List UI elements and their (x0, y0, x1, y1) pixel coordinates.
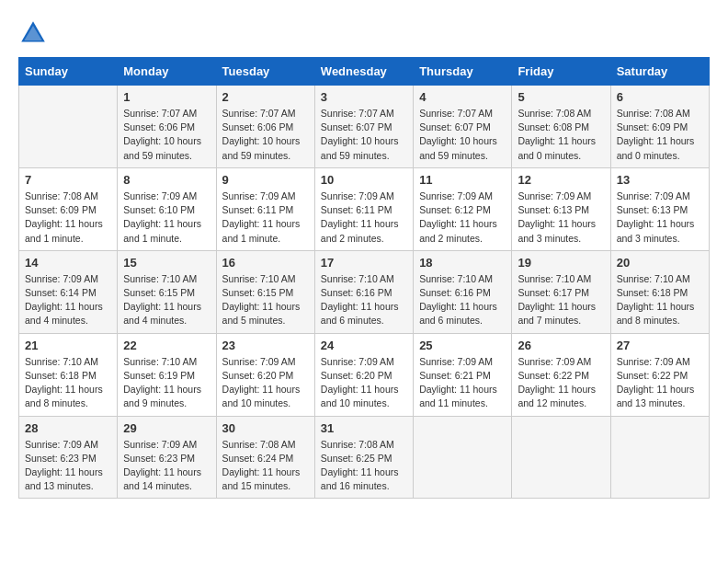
day-info: Sunrise: 7:10 AMSunset: 6:19 PMDaylight:… (123, 355, 210, 411)
day-number: 20 (617, 256, 703, 270)
day-info: Sunrise: 7:08 AMSunset: 6:08 PMDaylight:… (518, 107, 604, 163)
day-info: Sunrise: 7:09 AMSunset: 6:21 PMDaylight:… (419, 355, 506, 411)
day-info: Sunrise: 7:09 AMSunset: 6:14 PMDaylight:… (25, 272, 111, 328)
day-number: 30 (222, 421, 309, 435)
day-info: Sunrise: 7:09 AMSunset: 6:10 PMDaylight:… (123, 190, 210, 246)
calendar-cell: 26Sunrise: 7:09 AMSunset: 6:22 PMDayligh… (512, 333, 610, 416)
calendar-cell: 11Sunrise: 7:09 AMSunset: 6:12 PMDayligh… (414, 167, 512, 250)
calendar-cell: 25Sunrise: 7:09 AMSunset: 6:21 PMDayligh… (414, 333, 512, 416)
logo-icon (18, 18, 48, 48)
calendar-cell: 21Sunrise: 7:10 AMSunset: 6:18 PMDayligh… (19, 333, 118, 416)
day-info: Sunrise: 7:10 AMSunset: 6:15 PMDaylight:… (222, 272, 309, 328)
day-info: Sunrise: 7:10 AMSunset: 6:17 PMDaylight:… (518, 272, 604, 328)
day-info: Sunrise: 7:10 AMSunset: 6:15 PMDaylight:… (123, 272, 210, 328)
calendar-cell: 29Sunrise: 7:09 AMSunset: 6:23 PMDayligh… (118, 416, 216, 499)
day-info: Sunrise: 7:08 AMSunset: 6:24 PMDaylight:… (222, 438, 309, 494)
day-number: 26 (518, 339, 604, 352)
day-info: Sunrise: 7:08 AMSunset: 6:09 PMDaylight:… (617, 107, 703, 163)
day-number: 19 (518, 256, 604, 270)
day-info: Sunrise: 7:09 AMSunset: 6:23 PMDaylight:… (123, 438, 210, 494)
day-info: Sunrise: 7:09 AMSunset: 6:22 PMDaylight:… (518, 355, 604, 411)
day-number: 27 (617, 339, 703, 352)
calendar-cell: 17Sunrise: 7:10 AMSunset: 6:16 PMDayligh… (314, 250, 413, 333)
calendar-cell: 3Sunrise: 7:07 AMSunset: 6:07 PMDaylight… (314, 86, 413, 168)
calendar-cell: 31Sunrise: 7:08 AMSunset: 6:25 PMDayligh… (314, 416, 413, 499)
day-header-tuesday: Tuesday (216, 58, 314, 86)
day-info: Sunrise: 7:08 AMSunset: 6:25 PMDaylight:… (321, 438, 407, 494)
week-row-2: 7Sunrise: 7:08 AMSunset: 6:09 PMDaylight… (19, 167, 710, 250)
calendar-cell: 18Sunrise: 7:10 AMSunset: 6:16 PMDayligh… (414, 250, 512, 333)
day-number: 6 (617, 90, 703, 104)
calendar-cell: 13Sunrise: 7:09 AMSunset: 6:13 PMDayligh… (610, 167, 709, 250)
day-number: 31 (321, 421, 407, 435)
calendar-cell: 14Sunrise: 7:09 AMSunset: 6:14 PMDayligh… (19, 250, 118, 333)
calendar-cell: 1Sunrise: 7:07 AMSunset: 6:06 PMDaylight… (118, 86, 216, 168)
week-row-5: 28Sunrise: 7:09 AMSunset: 6:23 PMDayligh… (19, 416, 710, 499)
day-number: 16 (222, 256, 309, 270)
day-info: Sunrise: 7:10 AMSunset: 6:18 PMDaylight:… (25, 355, 111, 411)
day-number: 15 (123, 256, 210, 270)
day-info: Sunrise: 7:08 AMSunset: 6:09 PMDaylight:… (25, 190, 111, 246)
day-info: Sunrise: 7:10 AMSunset: 6:18 PMDaylight:… (617, 272, 703, 328)
calendar-cell: 20Sunrise: 7:10 AMSunset: 6:18 PMDayligh… (610, 250, 709, 333)
day-info: Sunrise: 7:09 AMSunset: 6:11 PMDaylight:… (222, 190, 309, 246)
calendar-cell: 4Sunrise: 7:07 AMSunset: 6:07 PMDaylight… (414, 86, 512, 168)
header (18, 18, 710, 48)
day-number: 18 (419, 256, 506, 270)
day-info: Sunrise: 7:09 AMSunset: 6:12 PMDaylight:… (419, 190, 506, 246)
day-number: 13 (617, 173, 703, 187)
calendar-cell: 15Sunrise: 7:10 AMSunset: 6:15 PMDayligh… (118, 250, 216, 333)
day-number: 23 (222, 339, 309, 352)
day-number: 9 (222, 173, 309, 187)
calendar-cell: 10Sunrise: 7:09 AMSunset: 6:11 PMDayligh… (314, 167, 413, 250)
day-info: Sunrise: 7:07 AMSunset: 6:06 PMDaylight:… (222, 107, 309, 163)
day-number: 10 (321, 173, 407, 187)
week-row-1: 1Sunrise: 7:07 AMSunset: 6:06 PMDaylight… (19, 86, 710, 168)
day-number: 7 (25, 173, 111, 187)
day-number: 4 (419, 90, 506, 104)
day-number: 22 (123, 339, 210, 352)
page: SundayMondayTuesdayWednesdayThursdayFrid… (0, 0, 728, 517)
calendar-cell: 12Sunrise: 7:09 AMSunset: 6:13 PMDayligh… (512, 167, 610, 250)
week-row-4: 21Sunrise: 7:10 AMSunset: 6:18 PMDayligh… (19, 333, 710, 416)
calendar-cell: 6Sunrise: 7:08 AMSunset: 6:09 PMDaylight… (610, 86, 709, 168)
day-header-thursday: Thursday (414, 58, 512, 86)
calendar-cell: 16Sunrise: 7:10 AMSunset: 6:15 PMDayligh… (216, 250, 314, 333)
calendar-cell: 27Sunrise: 7:09 AMSunset: 6:22 PMDayligh… (610, 333, 709, 416)
calendar-cell: 5Sunrise: 7:08 AMSunset: 6:08 PMDaylight… (512, 86, 610, 168)
day-number: 14 (25, 256, 111, 270)
day-header-monday: Monday (118, 58, 216, 86)
calendar-cell (512, 416, 610, 499)
calendar-cell: 23Sunrise: 7:09 AMSunset: 6:20 PMDayligh… (216, 333, 314, 416)
day-info: Sunrise: 7:09 AMSunset: 6:23 PMDaylight:… (25, 438, 111, 494)
day-info: Sunrise: 7:09 AMSunset: 6:11 PMDaylight:… (321, 190, 407, 246)
calendar-cell: 9Sunrise: 7:09 AMSunset: 6:11 PMDaylight… (216, 167, 314, 250)
calendar-cell: 2Sunrise: 7:07 AMSunset: 6:06 PMDaylight… (216, 86, 314, 168)
day-info: Sunrise: 7:09 AMSunset: 6:20 PMDaylight:… (321, 355, 407, 411)
day-number: 5 (518, 90, 604, 104)
day-header-saturday: Saturday (610, 58, 709, 86)
day-number: 11 (419, 173, 506, 187)
day-info: Sunrise: 7:09 AMSunset: 6:20 PMDaylight:… (222, 355, 309, 411)
day-number: 29 (123, 421, 210, 435)
day-number: 1 (123, 90, 210, 104)
calendar-cell (414, 416, 512, 499)
calendar-cell: 24Sunrise: 7:09 AMSunset: 6:20 PMDayligh… (314, 333, 413, 416)
logo (18, 18, 51, 48)
calendar-header-row: SundayMondayTuesdayWednesdayThursdayFrid… (19, 58, 710, 86)
calendar-cell: 19Sunrise: 7:10 AMSunset: 6:17 PMDayligh… (512, 250, 610, 333)
day-number: 3 (321, 90, 407, 104)
day-info: Sunrise: 7:10 AMSunset: 6:16 PMDaylight:… (321, 272, 407, 328)
day-number: 2 (222, 90, 309, 104)
day-number: 8 (123, 173, 210, 187)
day-header-wednesday: Wednesday (314, 58, 413, 86)
day-number: 12 (518, 173, 604, 187)
day-number: 17 (321, 256, 407, 270)
day-info: Sunrise: 7:10 AMSunset: 6:16 PMDaylight:… (419, 272, 506, 328)
day-number: 28 (25, 421, 111, 435)
day-info: Sunrise: 7:09 AMSunset: 6:13 PMDaylight:… (518, 190, 604, 246)
day-info: Sunrise: 7:07 AMSunset: 6:06 PMDaylight:… (123, 107, 210, 163)
calendar-table: SundayMondayTuesdayWednesdayThursdayFrid… (18, 57, 710, 499)
calendar-cell: 28Sunrise: 7:09 AMSunset: 6:23 PMDayligh… (19, 416, 118, 499)
calendar-cell (610, 416, 709, 499)
